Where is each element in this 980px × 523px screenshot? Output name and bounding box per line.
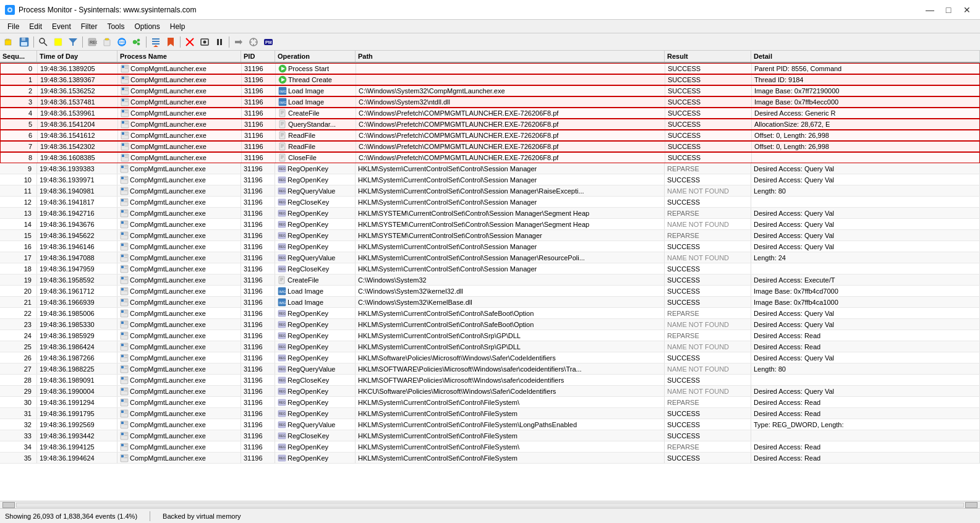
tools3-button[interactable]: PM	[262, 35, 275, 49]
table-row[interactable]: 25 19:48:36.1986424 CompMgmtLauncher.exe…	[0, 341, 980, 352]
file-button[interactable]	[100, 35, 114, 49]
menu-event[interactable]: Event	[47, 21, 76, 32]
table-row[interactable]: 16 19:48:36.1946146 CompMgmtLauncher.exe…	[0, 241, 980, 252]
header-seq[interactable]: Sequ...	[0, 51, 37, 62]
table-row[interactable]: 1 19:48:36.1389367 CompMgmtLauncher.exe …	[0, 74, 980, 85]
table-row[interactable]: 33 19:48:36.1993442 CompMgmtLauncher.exe…	[0, 430, 980, 441]
open-button[interactable]	[2, 35, 16, 49]
tools1-button[interactable]	[232, 35, 245, 49]
table-row[interactable]: 31 19:48:36.1991795 CompMgmtLauncher.exe…	[0, 408, 980, 419]
table-row[interactable]: 2 19:48:36.1536252 CompMgmtLauncher.exe …	[0, 85, 980, 96]
maximize-button[interactable]: □	[940, 3, 957, 17]
bookmark-button[interactable]	[164, 35, 177, 49]
table-row[interactable]: 15 19:48:36.1945622 CompMgmtLauncher.exe…	[0, 230, 980, 241]
header-process[interactable]: Process Name	[117, 51, 241, 62]
menu-filter[interactable]: Filter	[76, 21, 103, 32]
autoscroll-button[interactable]	[149, 35, 163, 49]
minimize-button[interactable]: —	[922, 3, 938, 17]
registry-button[interactable]: REG	[85, 35, 99, 49]
table-row[interactable]: 19 19:48:36.1958592 CompMgmtLauncher.exe…	[0, 274, 980, 286]
table-row[interactable]: 34 19:48:36.1994125 CompMgmtLauncher.exe…	[0, 441, 980, 453]
header-detail[interactable]: Detail	[751, 51, 980, 62]
table-row[interactable]: 3 19:48:36.1537481 CompMgmtLauncher.exe …	[0, 96, 980, 108]
table-row[interactable]: 12 19:48:36.1941817 CompMgmtLauncher.exe…	[0, 197, 980, 208]
cell-pid: 31196	[241, 241, 275, 252]
filter-button[interactable]	[66, 35, 80, 49]
table-row[interactable]: 6 19:48:36.1541612 CompMgmtLauncher.exe …	[0, 130, 980, 141]
table-row[interactable]: 0 19:48:36.1389205 CompMgmtLauncher.exe …	[0, 63, 980, 74]
cell-time: 19:48:36.1389367	[38, 75, 118, 85]
menu-help[interactable]: Help	[165, 21, 190, 32]
table-row[interactable]: 23 19:48:36.1985330 CompMgmtLauncher.exe…	[0, 319, 980, 330]
svg-rect-196	[121, 288, 124, 291]
table-row[interactable]: 20 19:48:36.1961712 CompMgmtLauncher.exe…	[0, 286, 980, 297]
cell-pid: 31196	[241, 297, 275, 307]
svg-text:REG: REG	[279, 312, 286, 315]
header-time[interactable]: Time of Day	[37, 51, 117, 62]
cell-operation: IMG Load Image	[276, 86, 356, 96]
table-row[interactable]: 7 19:48:36.1542302 CompMgmtLauncher.exe …	[0, 141, 980, 152]
table-row[interactable]: 17 19:48:36.1947088 CompMgmtLauncher.exe…	[0, 252, 980, 263]
scrollbar-horizontal[interactable]	[0, 501, 980, 508]
table-row[interactable]: 35 19:48:36.1994624 CompMgmtLauncher.exe…	[0, 453, 980, 464]
table-row[interactable]: 5 19:48:36.1541204 CompMgmtLauncher.exe …	[0, 119, 980, 130]
svg-rect-210	[121, 310, 124, 313]
header-path[interactable]: Path	[356, 51, 665, 62]
svg-rect-273	[121, 410, 124, 413]
cell-time: 19:48:36.1941817	[37, 197, 117, 207]
highlight-button[interactable]	[51, 35, 65, 49]
table-row[interactable]: 14 19:48:36.1943676 CompMgmtLauncher.exe…	[0, 219, 980, 230]
table-row[interactable]: 28 19:48:36.1989091 CompMgmtLauncher.exe…	[0, 375, 980, 386]
table-row[interactable]: 8 19:48:36.1608385 CompMgmtLauncher.exe …	[0, 152, 980, 163]
clear-button[interactable]	[183, 35, 197, 49]
table-row[interactable]: 4 19:48:36.1539961 CompMgmtLauncher.exe …	[0, 108, 980, 119]
table-row[interactable]: 22 19:48:36.1985006 CompMgmtLauncher.exe…	[0, 308, 980, 319]
table-row[interactable]: 13 19:48:36.1942716 CompMgmtLauncher.exe…	[0, 208, 980, 219]
process-button[interactable]	[130, 35, 143, 49]
cell-process: CompMgmtLauncher.exe	[117, 297, 241, 307]
table-row[interactable]: 27 19:48:36.1988225 CompMgmtLauncher.exe…	[0, 364, 980, 375]
cell-detail: Desired Access: Query Val	[751, 219, 980, 229]
svg-rect-161	[124, 234, 127, 236]
capture-button[interactable]	[198, 35, 211, 49]
cell-path: C:\Windows\Prefetch\COMPMGMTLAUNCHER.EXE…	[356, 108, 665, 118]
cell-pid: 31196	[241, 274, 275, 285]
table-row[interactable]: 10 19:48:36.1939971 CompMgmtLauncher.exe…	[0, 174, 980, 185]
table-row[interactable]: 9 19:48:36.1939383 CompMgmtLauncher.exe …	[0, 163, 980, 174]
pause-button[interactable]	[213, 35, 226, 49]
menu-edit[interactable]: Edit	[24, 21, 47, 32]
table-row[interactable]: 32 19:48:36.1992569 CompMgmtLauncher.exe…	[0, 419, 980, 430]
cell-time: 19:48:36.1989091	[37, 375, 117, 385]
svg-rect-225	[124, 333, 127, 334]
cell-detail: Length: 80	[751, 185, 980, 196]
cell-result: NAME NOT FOUND	[665, 319, 751, 330]
cell-pid: 31196	[241, 286, 275, 296]
table-row[interactable]: 24 19:48:36.1985929 CompMgmtLauncher.exe…	[0, 330, 980, 341]
table-row[interactable]: 18 19:48:36.1947959 CompMgmtLauncher.exe…	[0, 263, 980, 274]
save-button[interactable]	[17, 35, 31, 49]
cell-path	[356, 64, 665, 74]
network-button[interactable]	[115, 35, 129, 49]
table-row[interactable]: 26 19:48:36.1987266 CompMgmtLauncher.exe…	[0, 352, 980, 364]
table-row[interactable]: 21 19:48:36.1966939 CompMgmtLauncher.exe…	[0, 297, 980, 308]
find-button[interactable]	[36, 35, 50, 49]
header-pid[interactable]: PID	[241, 51, 275, 62]
cell-process: CompMgmtLauncher.exe	[117, 341, 241, 352]
cell-detail: Desired Access: Query Val	[751, 208, 980, 218]
cell-pid: 31196	[242, 119, 276, 129]
svg-rect-290	[121, 436, 127, 436]
table-row[interactable]: 30 19:48:36.1991294 CompMgmtLauncher.exe…	[0, 397, 980, 408]
menu-tools[interactable]: Tools	[102, 21, 129, 32]
header-result[interactable]: Result	[665, 51, 751, 62]
tools2-button[interactable]	[247, 35, 260, 49]
cell-pid: 31196	[241, 174, 275, 185]
close-button[interactable]: ✕	[959, 3, 975, 17]
svg-rect-269	[121, 402, 127, 403]
table-row[interactable]: 11 19:48:36.1940981 CompMgmtLauncher.exe…	[0, 185, 980, 197]
menu-file[interactable]: File	[2, 21, 24, 32]
svg-text:REG: REG	[279, 189, 286, 193]
menu-options[interactable]: Options	[129, 21, 164, 32]
svg-rect-76	[279, 109, 285, 117]
table-row[interactable]: 29 19:48:36.1990004 CompMgmtLauncher.exe…	[0, 386, 980, 397]
header-operation[interactable]: Operation	[275, 51, 356, 62]
